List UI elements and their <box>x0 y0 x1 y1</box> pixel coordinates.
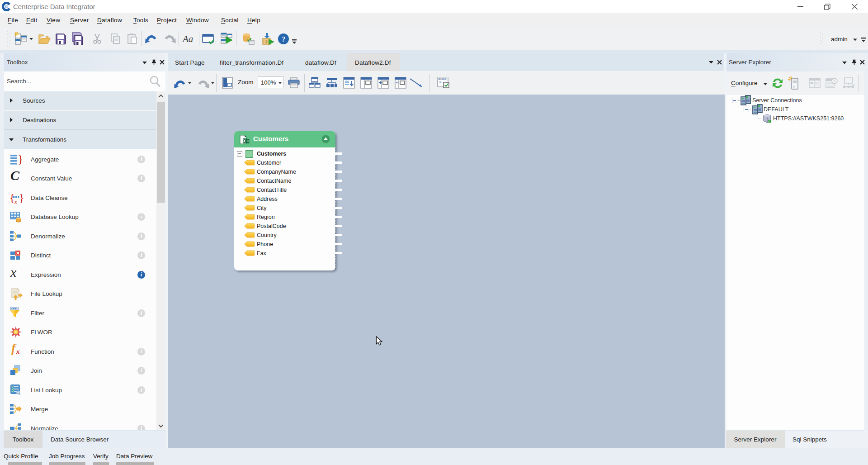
svg-text:x: x <box>14 199 17 204</box>
svg-text:01001: 01001 <box>439 78 446 81</box>
svg-text:10: 10 <box>439 81 442 84</box>
svg-text:?: ? <box>282 35 286 43</box>
svg-text:}: } <box>19 192 24 204</box>
svg-text:}: } <box>18 153 22 165</box>
